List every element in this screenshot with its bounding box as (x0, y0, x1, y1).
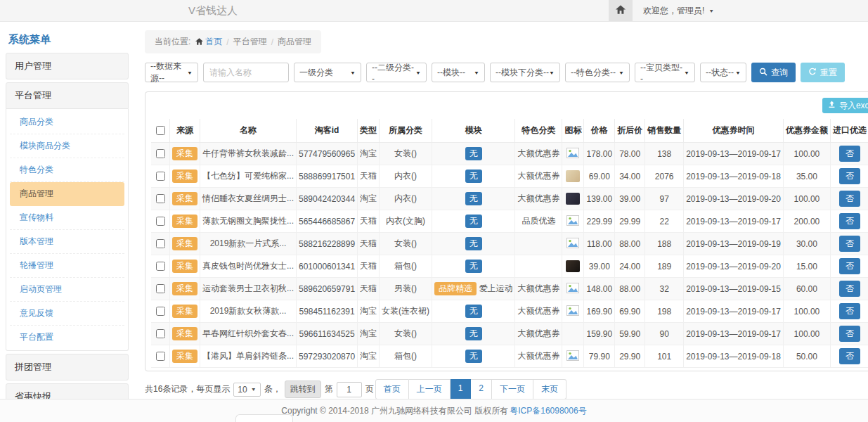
sidebar-item-platform-config[interactable]: 平台配置 (10, 326, 124, 349)
row-select-cell (151, 143, 170, 165)
price: 118.00 (584, 233, 615, 255)
page-size-select[interactable]: 10 ▼ (233, 383, 260, 397)
imported-toggle-button[interactable]: 否 (839, 236, 860, 252)
page-button[interactable]: 上一页 (409, 379, 451, 399)
imported-toggle-button[interactable]: 否 (839, 213, 860, 229)
import-excel-button[interactable]: 导入excel (822, 98, 868, 113)
column-header: 优惠券金额 (783, 119, 830, 143)
sidebar-item-promo-materials[interactable]: 宣传物料 (10, 206, 124, 230)
row-checkbox[interactable] (156, 172, 165, 181)
sidebar-item-saving-express[interactable]: 省惠快报 (6, 383, 129, 399)
sidebar-item-module-product-category[interactable]: 模块商品分类 (10, 134, 124, 158)
icon-cell (562, 300, 584, 323)
sidebar-item-product-management[interactable]: 商品管理 (10, 182, 124, 206)
table-row: 采集【港风】单肩斜跨链条...597293020870淘宝箱包()无大额优惠券7… (151, 345, 868, 368)
imported-toggle-button[interactable]: 否 (839, 303, 860, 319)
page-number-input[interactable] (337, 382, 362, 397)
chevron-down-icon: ▼ (735, 70, 741, 75)
price: 79.90 (584, 345, 615, 368)
sidebar-item-splash-page-management[interactable]: 启动页管理 (10, 278, 124, 302)
row-select-cell (151, 210, 170, 233)
sidebar-item-carousel-management[interactable]: 轮播管理 (10, 254, 124, 278)
product-category: 女装() (380, 233, 432, 255)
sidebar-item-user-management[interactable]: 用户管理 (6, 53, 129, 79)
product-name: 2019新款女秋薄款... (200, 300, 297, 323)
sales-count: 97 (645, 188, 684, 210)
sidebar-item-feature-category[interactable]: 特色分类 (10, 158, 124, 182)
select-value: --特色分类-- (571, 67, 616, 79)
product-name: 2019新款一片式系... (200, 233, 297, 255)
imported-toggle-button[interactable]: 否 (839, 281, 860, 297)
taoke-id: 588869917501 (297, 165, 358, 188)
price: 39.00 (584, 255, 615, 278)
level1-category-select[interactable]: 一级分类▼ (294, 63, 361, 82)
home-button[interactable] (609, 0, 633, 21)
row-checkbox[interactable] (156, 284, 165, 293)
product-name: 运动套装男士卫衣初秋... (200, 278, 297, 300)
imported-toggle-button[interactable]: 否 (839, 191, 860, 207)
column-header: 所属分类 (380, 119, 432, 143)
column-header: 折后价 (615, 119, 645, 143)
icp-link[interactable]: 粤ICP备16098006号 (510, 405, 586, 417)
row-checkbox[interactable] (156, 352, 165, 361)
discount-price: 29.90 (615, 345, 645, 368)
level2-category-select[interactable]: --二级分类--▼ (366, 63, 427, 82)
module-subcategory-select[interactable]: --模块下分类--▼ (490, 63, 560, 82)
row-checkbox[interactable] (156, 329, 165, 338)
import-select-cell: 否 (830, 323, 868, 345)
column-header: 优惠券时间 (684, 119, 784, 143)
feature-category-select[interactable]: --特色分类--▼ (565, 63, 630, 82)
source-cell: 采集 (170, 233, 200, 255)
product-name: 牛仔背带裤女秋装减龄... (200, 143, 297, 165)
imported-toggle-button[interactable]: 否 (839, 168, 860, 184)
footer: Copyright © 2014-2018 广州九驰网络科技有限公司 版权所有 … (0, 399, 868, 422)
breadcrumb-home-link[interactable]: 首页 (205, 36, 222, 48)
product-image-placeholder-icon (566, 151, 579, 160)
coupon-amount: 60.00 (783, 278, 830, 300)
imported-toggle-button[interactable]: 否 (839, 348, 860, 364)
name-input[interactable] (203, 63, 289, 82)
sidebar-item-product-category[interactable]: 商品分类 (10, 110, 124, 134)
imported-toggle-button[interactable]: 否 (839, 258, 860, 274)
page-button[interactable]: 2 (471, 379, 492, 399)
coupon-time: 2019-09-13—2019-09-19 (684, 233, 784, 255)
row-checkbox[interactable] (156, 217, 165, 226)
icon-cell (562, 143, 584, 165)
module-badge: 无 (465, 237, 482, 250)
coupon-amount: 15.00 (783, 255, 830, 278)
module-select[interactable]: --模块--▼ (432, 63, 485, 82)
select-all-checkbox[interactable] (156, 126, 165, 135)
row-checkbox[interactable] (156, 239, 165, 248)
row-checkbox[interactable] (156, 149, 165, 158)
column-header: 模块 (432, 119, 515, 143)
page-button[interactable]: 下一页 (492, 379, 533, 399)
sidebar-item-version-management[interactable]: 版本管理 (10, 230, 124, 254)
query-button[interactable]: 查询 (751, 63, 796, 82)
row-checkbox[interactable] (156, 307, 165, 316)
page-button[interactable]: 1 (451, 379, 472, 399)
chevron-down-icon: ▼ (415, 70, 421, 75)
imported-toggle-button[interactable]: 否 (839, 146, 860, 162)
source-cell: 采集 (170, 300, 200, 323)
imported-toggle-button[interactable]: 否 (839, 326, 860, 342)
sidebar-item-group-buy-management[interactable]: 拼团管理 (6, 354, 129, 381)
status-select[interactable]: --状态--▼ (700, 63, 746, 82)
page-button[interactable]: 首页 (375, 379, 409, 399)
page-button[interactable]: 末页 (533, 379, 566, 399)
sidebar-item-feedback[interactable]: 意见反馈 (10, 302, 124, 326)
home-icon (616, 5, 626, 16)
item-type-select[interactable]: --宝贝类型--▼ (635, 63, 695, 82)
discount-price: 39.00 (615, 188, 645, 210)
icon-cell (562, 188, 584, 210)
row-checkbox[interactable] (156, 194, 165, 203)
taoke-id: 601000601341 (297, 255, 358, 278)
row-checkbox[interactable] (156, 262, 165, 271)
sidebar-item-platform-management[interactable]: 平台管理 (6, 82, 129, 109)
product-type: 天猫 (358, 233, 380, 255)
column-header: 来源 (170, 119, 200, 143)
reset-button[interactable]: 重置 (801, 63, 845, 82)
user-dropdown[interactable]: 欢迎您，管理员! ▼ (633, 0, 725, 21)
data-source-select[interactable]: --数据来源--▼ (145, 63, 198, 82)
jump-button[interactable]: 跳转到 (285, 381, 321, 398)
product-image-placeholder-icon (566, 241, 579, 250)
